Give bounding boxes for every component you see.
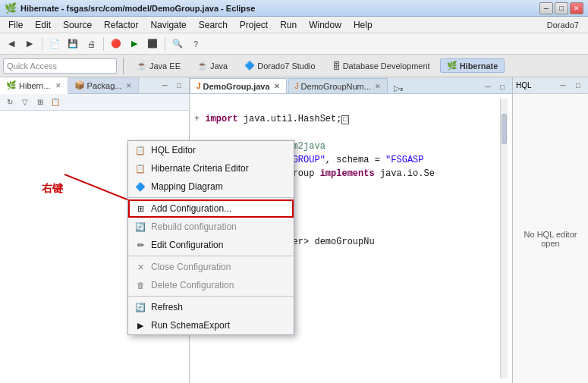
panel-minimize-btn[interactable]: ─ [158, 79, 171, 93]
perspective-dbdev[interactable]: 🗄 Database Development [325, 59, 437, 73]
toolbar-search[interactable]: 🔍 [169, 36, 186, 52]
toolbar-sep2 [103, 37, 104, 51]
perspective-javaee[interactable]: ☕ Java EE [130, 58, 187, 73]
menu-source[interactable]: Source [58, 18, 97, 32]
perspective-sep [123, 58, 124, 74]
menu-help[interactable]: Help [348, 18, 378, 32]
perspective-hibernate[interactable]: 🌿 Hibernate [440, 58, 505, 73]
ctx-edit-configuration[interactable]: ✏ Edit Configuration [128, 236, 294, 254]
editor-tab-demogroup-close[interactable]: ✕ [274, 83, 280, 90]
ctx-criteria-icon: 📋 [134, 162, 146, 174]
panel-tab-hibernate-close[interactable]: ✕ [55, 82, 61, 89]
editor-tab-demogroupnum[interactable]: J DemoGroupNum... ✕ [288, 78, 388, 93]
ctx-add-icon: ⊞ [134, 202, 146, 215]
ctx-rebuild-configuration[interactable]: 🔄 Rebuild configuration [128, 218, 294, 236]
javaee-icon: ☕ [137, 61, 147, 71]
menu-file[interactable]: File [3, 18, 28, 32]
menu-edit[interactable]: Edit [30, 18, 56, 32]
ctx-rebuild-icon: 🔄 [134, 221, 146, 233]
panel-toolbar-refresh[interactable]: ↻ [3, 96, 17, 109]
ctx-delete-configuration[interactable]: 🗑 Delete Configuration [128, 276, 294, 294]
ctx-refresh[interactable]: 🔄 Refresh [128, 298, 294, 316]
ctx-sep2 [128, 256, 294, 256]
right-panel-minimize[interactable]: ─ [556, 79, 570, 93]
toolbar-sep3 [165, 37, 165, 51]
editor-scrollbar[interactable] [500, 99, 508, 378]
ctx-run-schemaexport[interactable]: ▶ Run SchemaExport [128, 316, 294, 334]
minimize-button[interactable]: ─ [539, 2, 553, 14]
hibernate-icon: 🌿 [447, 61, 458, 71]
perspective-bar: Quick Access ☕ Java EE ☕ Java 🔷 Dorado7 … [0, 55, 588, 77]
panel-toolbar-new[interactable]: ⊞ [33, 96, 47, 109]
ctx-hibernate-criteria[interactable]: 📋 Hibernate Criteria Editor [128, 159, 294, 177]
quick-access-field[interactable]: Quick Access [3, 58, 117, 74]
quick-access-placeholder: Quick Access [7, 61, 57, 71]
ctx-close-configuration[interactable]: ✕ Close Configuration [128, 258, 294, 276]
ctx-edit-icon: ✏ [134, 239, 146, 251]
toolbar-save[interactable]: 💾 [64, 36, 81, 52]
java-file-icon2: J [295, 82, 299, 90]
right-panel: HQL ─ □ No HQL editor open [512, 77, 588, 383]
right-panel-header: HQL ─ □ [513, 77, 588, 94]
panel-tab-package-close[interactable]: ✕ [126, 82, 132, 89]
perspective-java[interactable]: ☕ Java [190, 58, 234, 73]
ctx-sep1 [128, 197, 294, 198]
editor-minimize-btn[interactable]: ─ [481, 80, 495, 93]
editor-tabs: J DemoGroup.java ✕ J DemoGroupNum... ✕ ▷… [190, 77, 512, 94]
menu-navigate[interactable]: Navigate [145, 18, 191, 32]
title-bar-left: 🌿 Hibernate - fsgas/src/com/model/DemoGr… [5, 2, 255, 14]
title-bar-title: Hibernate - fsgas/src/com/model/DemoGrou… [20, 4, 255, 13]
ctx-mapping-icon: 🔷 [134, 181, 146, 193]
menu-refactor[interactable]: Refactor [99, 18, 143, 32]
toolbar-back[interactable]: ◀ [3, 36, 20, 52]
toolbar-stop[interactable]: ⬛ [144, 36, 161, 52]
toolbar-forward[interactable]: ▶ [21, 36, 38, 52]
ctx-delete-icon: 🗑 [134, 279, 146, 291]
toolbar-new[interactable]: 📄 [46, 36, 63, 52]
right-panel-maximize[interactable]: □ [571, 79, 585, 93]
close-button[interactable]: ✕ [570, 2, 583, 14]
toolbar-sep1 [42, 37, 42, 51]
ctx-add-configuration[interactable]: ⊞ Add Configuration... [128, 199, 294, 218]
dorado7-label: Dorado7 [541, 20, 585, 30]
context-menu: 📋 HQL Editor 📋 Hibernate Criteria Editor… [127, 140, 294, 335]
right-panel-content: No HQL editor open [513, 94, 588, 383]
dbdev-icon: 🗄 [332, 61, 341, 71]
right-panel-label: HQL [516, 81, 532, 89]
editor-tab-demogroupnum-close[interactable]: ✕ [375, 83, 381, 90]
scrollbar-thumb[interactable] [502, 114, 507, 144]
editor-tab-demogroup[interactable]: J DemoGroup.java ✕ [190, 78, 287, 93]
menu-run[interactable]: Run [275, 18, 302, 32]
editor-tab-more[interactable]: ▷₃ [389, 83, 407, 93]
maximize-button[interactable]: □ [555, 2, 568, 14]
toolbar-print[interactable]: 🖨 [83, 36, 99, 52]
panel-tab-hibernate[interactable]: 🌿 Hibern... ✕ [0, 77, 68, 94]
left-panel-toolbar: ↻ ▽ ⊞ 📋 [0, 94, 189, 111]
panel-toolbar-collapse[interactable]: ▽ [18, 96, 32, 109]
title-bar: 🌿 Hibernate - fsgas/src/com/model/DemoGr… [0, 0, 588, 17]
menu-project[interactable]: Project [234, 18, 273, 32]
ctx-close-icon: ✕ [134, 261, 146, 273]
java-file-icon: J [197, 82, 201, 90]
ctx-refresh-icon: 🔄 [134, 301, 146, 313]
panel-toolbar-copy[interactable]: 📋 [49, 96, 62, 109]
no-hql-editor-text: No HQL editor open [524, 230, 577, 248]
panel-tab-hibernate-icon: 🌿 [6, 80, 17, 90]
ctx-hql-editor[interactable]: 📋 HQL Editor [128, 141, 294, 159]
ctx-run-icon: ▶ [134, 319, 146, 331]
panel-maximize-btn[interactable]: □ [172, 79, 186, 93]
arrow-annotation: 右键 [42, 182, 63, 196]
menu-bar: File Edit Source Refactor Navigate Searc… [0, 17, 588, 33]
panel-tab-package[interactable]: 📦 Packag... ✕ [68, 77, 140, 93]
toolbar-debug[interactable]: 🔴 [108, 36, 124, 52]
toolbar-run[interactable]: ▶ [126, 36, 143, 52]
editor-maximize-btn[interactable]: □ [495, 80, 509, 93]
toolbar-help[interactable]: ? [187, 36, 204, 52]
toolbar: ◀ ▶ 📄 💾 🖨 🔴 ▶ ⬛ 🔍 ? [0, 33, 588, 55]
perspective-dorado7[interactable]: 🔷 Dorado7 Studio [237, 58, 322, 73]
app-icon: 🌿 [5, 2, 17, 14]
menu-window[interactable]: Window [303, 18, 347, 32]
menu-search[interactable]: Search [193, 18, 233, 32]
panel-tab-package-icon: 📦 [74, 80, 85, 90]
ctx-mapping-diagram[interactable]: 🔷 Mapping Diagram [128, 177, 294, 196]
